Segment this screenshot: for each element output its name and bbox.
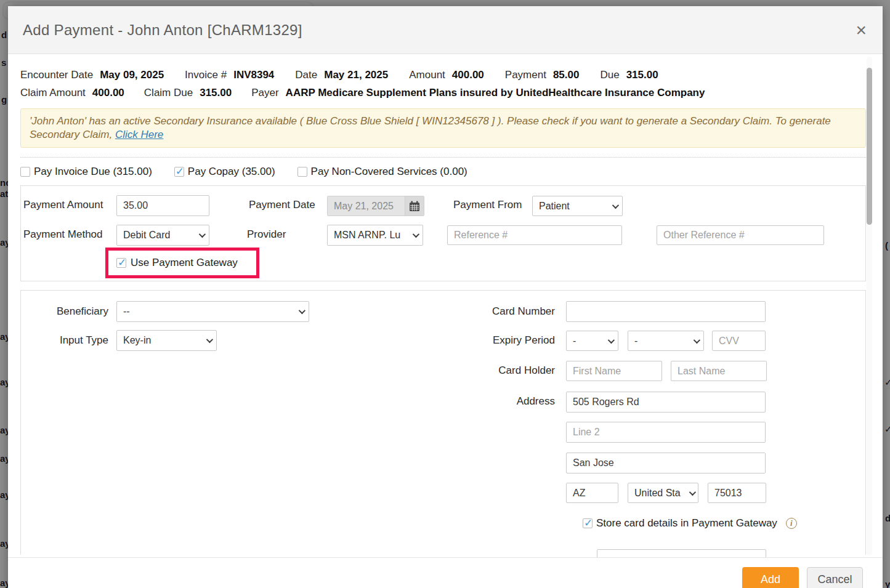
pay-invoice-due-option: Pay Invoice Due (315.00): [20, 166, 152, 178]
payment-from-label: Payment From: [453, 195, 522, 215]
chevron-down-icon: [413, 231, 419, 238]
chevron-down-icon: [199, 231, 206, 238]
cvv-input[interactable]: [712, 331, 766, 351]
beneficiary-value: --: [123, 306, 295, 317]
use-payment-gateway-checkbox[interactable]: [116, 258, 126, 268]
invoice-summary-row: Encounter DateMay 09, 2025 Invoice #INV8…: [20, 69, 866, 81]
pay-copay-option: Pay Copay (35.00): [174, 166, 275, 178]
country-value: United Sta: [634, 488, 686, 499]
close-icon[interactable]: [856, 6, 867, 54]
dialog-title: Add Payment - John Anton [ChARM1329]: [23, 6, 302, 54]
payment-method-label: Payment Method: [23, 224, 103, 245]
pay-non-covered-label: Pay Non-Covered Services (0.00): [311, 166, 467, 178]
provider-label: Provider: [247, 224, 286, 245]
payment-date-label: Payment Date: [249, 195, 315, 215]
claim-due-label: Claim Due: [144, 87, 193, 99]
provider-select[interactable]: MSN ARNP. Lu: [327, 225, 423, 246]
pay-invoice-due-checkbox[interactable]: [20, 167, 30, 177]
invoice-date-value: May 21, 2025: [324, 69, 388, 81]
store-card-option: Store card details in Payment Gateway: [583, 517, 797, 530]
due-label: Due: [600, 69, 619, 81]
pay-non-covered-option: Pay Non-Covered Services (0.00): [297, 166, 467, 178]
expiry-month-select[interactable]: -: [566, 331, 618, 351]
payer-label: Payer: [251, 87, 278, 99]
partial-hidden-input[interactable]: [597, 549, 766, 557]
payment-label: Payment: [505, 69, 546, 81]
beneficiary-select[interactable]: --: [116, 301, 309, 322]
payment-value: 85.00: [553, 69, 580, 81]
payment-date-field: May 21, 2025: [327, 196, 424, 216]
store-card-label: Store card details in Payment Gateway: [596, 517, 777, 530]
payment-from-value: Patient: [539, 201, 609, 212]
generate-secondary-claim-link[interactable]: Click Here: [115, 129, 163, 140]
calendar-button[interactable]: [405, 196, 424, 215]
payment-date-value: May 21, 2025: [328, 196, 405, 215]
payment-method-select[interactable]: Debit Card: [116, 225, 209, 246]
first-name-input[interactable]: [566, 361, 662, 381]
pay-invoice-due-label: Pay Invoice Due (315.00): [34, 166, 152, 178]
payment-method-value: Debit Card: [123, 230, 195, 241]
cancel-button[interactable]: Cancel: [807, 567, 863, 588]
address-line2-input[interactable]: [566, 422, 766, 443]
secondary-insurance-notice: 'John Anton' has an active Secondary Ins…: [20, 108, 866, 148]
info-icon[interactable]: [786, 518, 797, 529]
payment-details-section: Payment Amount Payment Date May 21, 2025: [20, 185, 866, 281]
claim-amount-label: Claim Amount: [20, 87, 86, 99]
other-reference-input[interactable]: [657, 225, 824, 245]
payment-from-select[interactable]: Patient: [532, 196, 623, 216]
amount-label: Amount: [409, 69, 445, 81]
add-button[interactable]: Add: [742, 567, 799, 588]
provider-value: MSN ARNP. Lu: [334, 230, 409, 241]
invoice-number-label: Invoice #: [185, 69, 227, 81]
chevron-down-icon: [608, 336, 615, 343]
chevron-down-icon: [694, 336, 700, 343]
chevron-down-icon: [206, 336, 213, 343]
reference-number-input[interactable]: [447, 225, 622, 245]
address-label: Address: [390, 391, 555, 412]
last-name-input[interactable]: [671, 361, 767, 381]
payer-value: AARP Medicare Supplement Plans insured b…: [286, 87, 705, 99]
expiry-year-select[interactable]: -: [628, 331, 704, 351]
city-input[interactable]: [566, 453, 766, 473]
payment-amount-input[interactable]: [116, 195, 209, 216]
claim-amount-value: 400.00: [92, 87, 124, 99]
card-number-input[interactable]: [566, 301, 766, 322]
invoice-date-label: Date: [295, 69, 317, 81]
payment-amount-label: Payment Amount: [23, 195, 103, 215]
card-number-label: Card Number: [390, 301, 555, 322]
address-line1-input[interactable]: [566, 392, 766, 413]
input-type-label: Input Type: [21, 330, 108, 351]
scrollbar-thumb[interactable]: [867, 68, 872, 225]
encounter-date-label: Encounter Date: [20, 69, 93, 81]
beneficiary-label: Beneficiary: [21, 301, 108, 322]
dialog-header: Add Payment - John Anton [ChARM1329]: [8, 6, 883, 54]
amount-value: 400.00: [452, 69, 484, 81]
store-card-checkbox[interactable]: [583, 518, 593, 528]
encounter-date-value: May 09, 2025: [100, 69, 164, 81]
invoice-number-value: INV8394: [233, 69, 274, 81]
chevron-down-icon: [299, 307, 305, 314]
card-details-section: Beneficiary -- Input Type Key-in Card Nu…: [20, 290, 866, 555]
chevron-down-icon: [689, 488, 696, 495]
due-value: 315.00: [626, 69, 658, 81]
calendar-icon: [409, 201, 420, 212]
dotted-divider: [20, 157, 866, 158]
use-payment-gateway-highlight: Use Payment Gateway: [105, 248, 259, 278]
pay-non-covered-checkbox[interactable]: [297, 167, 307, 177]
card-holder-label: Card Holder: [390, 360, 555, 381]
pay-copay-checkbox[interactable]: [174, 167, 184, 177]
state-input[interactable]: [566, 483, 618, 503]
claim-summary-row: Claim Amount400.00 Claim Due315.00 Payer…: [20, 87, 866, 99]
expiry-period-label: Expiry Period: [390, 330, 555, 351]
dialog-body: Encounter DateMay 09, 2025 Invoice #INV8…: [8, 54, 883, 557]
use-payment-gateway-label: Use Payment Gateway: [131, 257, 238, 269]
zip-input[interactable]: [708, 483, 766, 503]
country-select[interactable]: United Sta: [628, 483, 698, 503]
input-type-value: Key-in: [123, 335, 203, 346]
expiry-year-value: -: [634, 336, 690, 347]
dialog-footer: Add Cancel: [8, 557, 883, 588]
claim-due-value: 315.00: [200, 87, 232, 99]
input-type-select[interactable]: Key-in: [116, 330, 217, 351]
chevron-down-icon: [612, 201, 619, 208]
pay-options-row: Pay Invoice Due (315.00) Pay Copay (35.0…: [20, 166, 866, 178]
